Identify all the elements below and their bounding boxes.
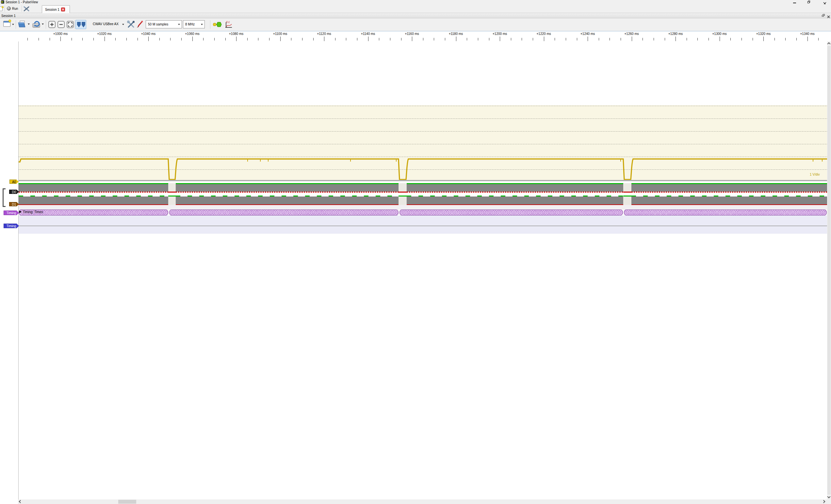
separator — [75, 20, 75, 29]
ruler-minor-tick — [401, 38, 401, 40]
ruler-major-tick — [807, 36, 808, 41]
ruler-minor-tick — [753, 38, 753, 40]
digital-activity-block — [407, 197, 623, 204]
ruler-minor-tick — [742, 38, 742, 40]
minimize-button[interactable] — [793, 1, 796, 4]
timing-annotation-bar[interactable] — [400, 210, 623, 215]
fit-icon — [67, 22, 73, 27]
scroll-down-icon[interactable] — [827, 495, 831, 499]
zoom-in-button[interactable] — [48, 21, 56, 28]
ruler-minor-tick — [269, 38, 269, 40]
signal-high-edge — [176, 196, 399, 197]
save-button[interactable] — [32, 20, 45, 29]
sample-count-select[interactable]: 50 M samples — [146, 20, 182, 28]
decoder-row-label[interactable]: Timing: Times — [19, 210, 43, 214]
ruler-minor-tick — [730, 38, 731, 40]
open-button[interactable] — [18, 20, 30, 29]
ruler-label: +1260 ms — [625, 32, 639, 36]
ruler-major-tick — [192, 36, 193, 41]
signal-low-edge — [407, 191, 623, 192]
signal-low-edge — [631, 191, 827, 192]
scroll-up-icon[interactable] — [827, 42, 831, 46]
ruler-minor-tick — [247, 38, 248, 40]
minus-icon — [58, 22, 64, 27]
digital-idle-gap — [168, 196, 176, 205]
expand-arrow-icon[interactable] — [19, 211, 22, 213]
time-ruler[interactable]: +1000 ms+1020 ms+1040 ms+1060 ms+1080 ms… — [0, 31, 831, 41]
add-decoder-button[interactable] — [213, 21, 222, 28]
separator — [210, 20, 210, 29]
ruler-minor-tick — [665, 38, 665, 40]
new-session-button[interactable] — [3, 20, 15, 29]
ruler-minor-tick — [478, 38, 478, 40]
chevron-down-icon — [201, 24, 203, 25]
trace-view[interactable]: +1000 ms+1020 ms+1040 ms+1060 ms+1080 ms… — [0, 31, 831, 499]
dock-float-button[interactable] — [822, 14, 825, 17]
ruler-minor-tick — [71, 38, 72, 40]
ruler-minor-tick — [38, 38, 39, 40]
ruler-label: +1060 ms — [185, 32, 200, 36]
signal-high-edge — [631, 196, 827, 197]
channel-group-bracket[interactable] — [3, 188, 5, 207]
close-button[interactable] — [823, 1, 826, 4]
session-toolbar: Run Session 1 — [0, 4, 831, 13]
ruler-minor-tick — [115, 38, 116, 40]
ruler-minor-tick — [522, 38, 522, 40]
ruler-minor-tick — [654, 38, 654, 40]
device-selector[interactable]: CWAV USBee AX — [90, 21, 126, 28]
restore-button[interactable] — [807, 1, 811, 4]
decoder-row-text: Timing: Times — [23, 210, 43, 214]
show-cursors-toggle[interactable] — [76, 20, 86, 29]
channel-tag-a0[interactable]: A0 — [9, 180, 19, 184]
ruler-minor-tick — [302, 38, 303, 40]
zoom-fit-button[interactable] — [67, 21, 74, 28]
sample-rate-select[interactable]: 8 MHz — [183, 20, 205, 28]
add-math-signal-button[interactable]: f(x) — [225, 20, 233, 29]
decoder-tag-timing-1[interactable]: Timing — [4, 211, 19, 215]
ruler-label: +1240 ms — [580, 32, 595, 36]
signal-high-edge — [176, 183, 399, 184]
configure-device-button[interactable] — [127, 20, 135, 29]
ruler-label: +1080 ms — [229, 32, 243, 36]
digital-activity-block — [176, 197, 399, 204]
session-settings-button[interactable] — [23, 6, 30, 13]
ruler-minor-tick — [160, 38, 160, 40]
horizontal-scrollbar[interactable] — [18, 499, 827, 504]
ruler-minor-tick — [50, 38, 50, 40]
channel-tag-d1[interactable]: D1 — [9, 202, 19, 206]
scroll-right-icon[interactable] — [822, 500, 826, 503]
ruler-minor-tick — [599, 38, 599, 40]
horizontal-scrollbar-thumb[interactable] — [118, 500, 136, 504]
app-icon — [1, 0, 4, 4]
timing-annotation-bar[interactable] — [169, 210, 399, 215]
tab-close-button[interactable] — [61, 7, 65, 11]
sample-rate-value: 8 MHz — [185, 23, 195, 26]
ruler-minor-tick — [709, 38, 709, 40]
ruler-minor-tick — [434, 38, 434, 40]
vertical-scrollbar[interactable] — [827, 41, 831, 499]
ruler-minor-tick — [785, 38, 785, 40]
vertical-scrollbar-thumb[interactable] — [827, 46, 831, 495]
decoder-tag-timing-2[interactable]: Timing — [4, 224, 19, 228]
ruler-label: +1120 ms — [317, 32, 331, 36]
ruler-minor-tick — [258, 38, 258, 40]
scroll-left-icon[interactable] — [19, 500, 22, 503]
ruler-minor-tick — [203, 38, 203, 40]
cursor-flag-icon — [82, 22, 85, 27]
tab-session-1[interactable]: Session 1 — [42, 5, 70, 13]
ruler-minor-tick — [642, 38, 643, 40]
ruler-label: +1200 ms — [493, 32, 507, 36]
analog-scale-label: 1 V/div — [810, 173, 820, 177]
channels-button[interactable] — [136, 20, 144, 29]
ruler-major-tick — [632, 36, 632, 41]
channel-tag-d0[interactable]: D0 — [9, 190, 19, 194]
run-button[interactable]: Run — [6, 4, 20, 13]
digital-activity-block — [176, 184, 399, 191]
ruler-label: +1220 ms — [537, 32, 551, 36]
timing-annotation-bar[interactable] — [624, 210, 827, 215]
zoom-out-button[interactable] — [57, 21, 65, 28]
analog-baseline — [19, 180, 827, 181]
run-icon — [7, 6, 11, 10]
steady-level-line — [399, 196, 407, 197]
steady-level-line — [168, 191, 176, 192]
